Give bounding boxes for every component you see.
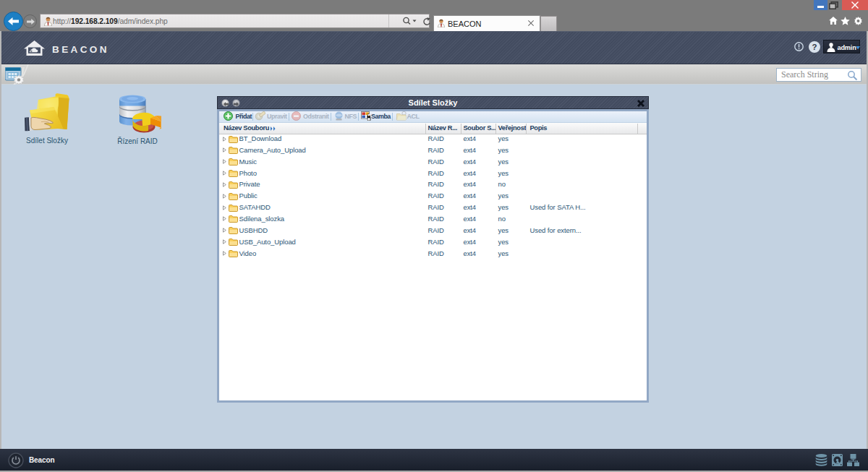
svg-text:?: ? xyxy=(812,43,817,51)
